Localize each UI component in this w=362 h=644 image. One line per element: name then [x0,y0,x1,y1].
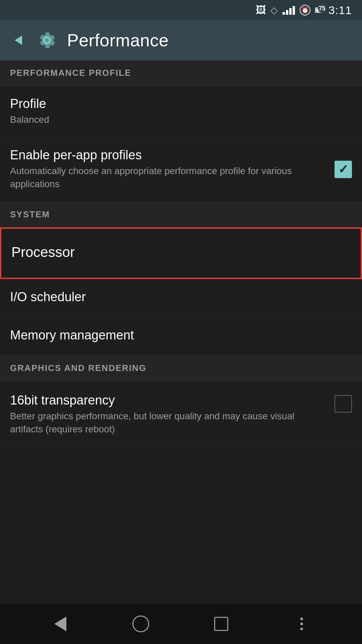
nav-back-button[interactable] [50,614,70,634]
section-title-system: SYSTEM [10,209,50,219]
nav-home-button[interactable] [131,614,151,634]
list-item-per-app-title: Enable per-app profiles [10,148,328,162]
status-bar: 🖼 ◇ ⏰ 75 3:11 [0,0,362,20]
list-item-profile-content: Profile Balanced [10,97,352,126]
nav-menu-button[interactable] [292,614,312,634]
list-item-per-app-content: Enable per-app profiles Automatically ch… [10,148,335,191]
list-item-io-content: I/O scheduler [10,290,352,306]
wallpaper-icon: 🖼 [256,4,266,16]
list-item-profile[interactable]: Profile Balanced [0,86,362,137]
list-item-per-app-subtitle: Automatically choose an appropriate perf… [10,164,328,191]
list-item-profile-subtitle: Balanced [10,113,345,126]
list-item-processor-title: Processor [11,244,344,260]
list-item-16bit-title: 16bit transparency [10,393,328,408]
section-title-performance-profile: PERFORMANCE PROFILE [10,68,131,78]
checkmark-icon: ✓ [338,163,348,175]
navigation-bar [0,604,362,644]
list-item-memory-management[interactable]: Memory management [0,317,362,356]
list-item-16bit-transparency[interactable]: 16bit transparency Better graphics perfo… [0,381,362,447]
alarm-icon: ⏰ [300,5,310,15]
list-item-io-scheduler[interactable]: I/O scheduler [0,279,362,317]
section-header-graphics: GRAPHICS AND RENDERING [0,356,362,381]
settings-gear-icon [36,30,58,51]
section-title-graphics: GRAPHICS AND RENDERING [10,363,146,373]
section-header-system: SYSTEM [0,202,362,227]
list-item-processor-content: Processor [11,244,351,262]
list-item-processor[interactable]: Processor [0,227,362,279]
settings-content: PERFORMANCE PROFILE Profile Balanced Ena… [0,60,362,604]
list-item-memory-title: Memory management [10,328,345,342]
16bit-transparency-checkbox[interactable] [335,395,352,413]
nav-recent-button[interactable] [211,614,231,634]
list-item-profile-title: Profile [10,97,345,111]
list-item-16bit-content: 16bit transparency Better graphics perfo… [10,393,335,436]
sim-icon: ◇ [270,5,278,16]
list-item-io-title: I/O scheduler [10,290,345,304]
app-bar: Performance [0,20,362,60]
list-item-per-app-profiles[interactable]: Enable per-app profiles Automatically ch… [0,137,362,202]
section-header-performance-profile: PERFORMANCE PROFILE [0,60,362,86]
page-title: Performance [67,30,169,50]
list-item-memory-content: Memory management [10,328,352,344]
list-item-16bit-subtitle: Better graphics performance, but lower q… [10,410,328,436]
time-display: 3:11 [328,4,352,17]
battery-icon: 75 [315,7,324,13]
per-app-profiles-checkbox[interactable]: ✓ [335,161,352,178]
back-button[interactable] [10,32,27,49]
status-icons: 🖼 ◇ ⏰ 75 3:11 [256,4,352,17]
signal-icon [283,5,295,15]
